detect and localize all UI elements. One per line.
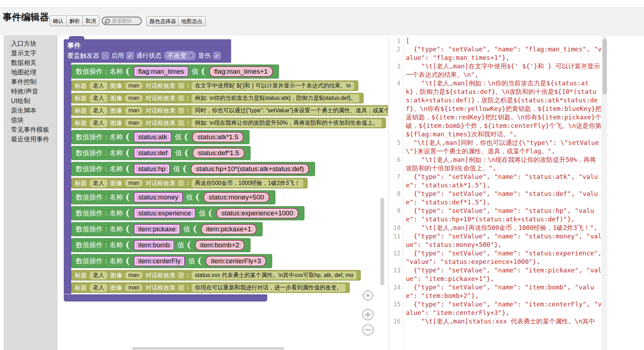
title-chip[interactable]: 老人: [89, 81, 108, 90]
workspace-horizontal-scrollbar[interactable]: [132, 347, 284, 350]
sidebar-item-入口方块[interactable]: 入口方块: [4, 39, 57, 49]
value-chip[interactable]: flag:man_times+1: [209, 66, 273, 77]
value-chip[interactable]: item:bomb+2: [195, 240, 245, 250]
code-panel[interactable]: 1[2 {"type": "setValue", "name": "flag:m…: [388, 35, 607, 350]
event-block[interactable]: 事件 覆盖触发器启用✓通行状态不改变▼显伤✓ 数值操作：名称flag:man_t…: [64, 36, 388, 301]
通行状态-dropdown[interactable]: 不改变▼: [164, 51, 196, 60]
启用-checkbox[interactable]: ✓: [126, 52, 134, 60]
value-chip[interactable]: status:experience+1000: [216, 208, 298, 219]
code-scrollbar-track[interactable]: [602, 35, 607, 350]
覆盖触发器-checkbox[interactable]: [101, 52, 109, 60]
dialog-block[interactable]: 标题老人图像man对话框效果:例如: \n现在我将让你的攻防提升50%，再将攻防…: [71, 118, 386, 128]
image-chip[interactable]: man: [125, 107, 143, 114]
name-chip[interactable]: status:money: [134, 192, 183, 203]
dialog-text-chip[interactable]: status:xxx 代表勇士的某个属性。\n其中xxx可取hp, atk, d…: [191, 271, 357, 280]
dialog-effect-checkbox[interactable]: [178, 83, 184, 89]
value-chip[interactable]: status:def*1.5: [192, 148, 244, 158]
dialog-effect-checkbox[interactable]: [178, 107, 184, 114]
search-input[interactable]: [111, 18, 141, 24]
zoom-out-button[interactable]: [362, 323, 374, 336]
setvalue-block[interactable]: 数值操作：名称status:def值status:def*1.5: [71, 146, 251, 160]
dialog-block[interactable]: 标题老人图像man对话框效果:你现在可以重新和我进行对话，进一步看到属性值的改变…: [71, 282, 350, 293]
value-chip[interactable]: status:money+500: [203, 192, 269, 203]
dialog-text-chip[interactable]: 例如: \n现在我将让你的攻防提升50%，再将攻防和的十倍加到生命值上。: [191, 119, 382, 128]
sidebar-item-最近使用事件[interactable]: 最近使用事件: [4, 135, 57, 144]
field-label: 显伤: [198, 51, 211, 60]
name-chip[interactable]: item:centerFly: [134, 256, 185, 266]
dialog-text-chip[interactable]: 再送你500金币，1000经验，1破2炸3飞！: [191, 179, 304, 188]
confirm-button[interactable]: 确认: [50, 16, 67, 26]
sidebar-item-地图处理[interactable]: 地图处理: [4, 68, 57, 77]
workspace-vertical-scrollbar[interactable]: [380, 198, 384, 285]
setvalue-block[interactable]: 数值操作：名称flag:man_times值flag:man_times+1: [71, 64, 279, 79]
image-chip[interactable]: man: [125, 94, 143, 102]
map-pick-button[interactable]: 地图选点: [178, 16, 206, 26]
recenter-button[interactable]: [362, 289, 374, 302]
sidebar-item-原生脚本[interactable]: 原生脚本: [4, 106, 57, 115]
event-block-header[interactable]: 事件 覆盖触发器启用✓通行状态不改变▼显伤✓: [64, 39, 231, 63]
cancel-button[interactable]: 取消: [82, 16, 99, 26]
line-number: 13: [388, 266, 403, 275]
title-chip[interactable]: 老人: [89, 271, 108, 280]
title-chip[interactable]: 老人: [89, 106, 108, 115]
image-chip[interactable]: man: [125, 82, 143, 90]
value-chip[interactable]: item:pickaxe+1: [201, 224, 257, 235]
sidebar-item-特效/声音[interactable]: 特效/声音: [4, 87, 57, 96]
setvalue-block[interactable]: 数值操作：名称status:money值status:money+500: [71, 190, 275, 204]
dialog-block[interactable]: 标题老人图像man对话框效果:status:xxx 代表勇士的某个属性。\n其中…: [71, 270, 361, 281]
zoom-in-button[interactable]: [362, 308, 374, 321]
sidebar-item-显示文字[interactable]: 显示文字: [4, 49, 57, 58]
dialog-effect-checkbox[interactable]: [178, 95, 184, 101]
code-line: 16 "\t[老人,man]status:xxx 代表勇士的某个属性。\n其中: [388, 317, 602, 326]
color-picker-button[interactable]: 颜色选择器: [146, 16, 179, 26]
dialog-text-chip[interactable]: 同时，你也可以通过{"type": "setValue"}来设置一个勇士的属性、…: [191, 106, 388, 115]
name-chip[interactable]: flag:man_times: [134, 66, 189, 77]
title-chip[interactable]: 老人: [89, 179, 108, 188]
code-scrollbar-thumb[interactable]: [603, 39, 607, 95]
setvalue-block[interactable]: 数值操作：名称status:atk值status:atk*1.5: [71, 130, 250, 144]
setvalue-block[interactable]: 数值操作：名称item:centerFly值item:centerFly+3: [71, 254, 272, 268]
setvalue-block[interactable]: 数值操作：名称item:bomb值item:bomb+2: [71, 238, 251, 252]
setvalue-block[interactable]: 数值操作：名称item:pickaxe值item:pickaxe+1: [71, 222, 263, 236]
setvalue-block[interactable]: 数值操作：名称status:experience值status:experien…: [71, 206, 304, 220]
显伤-checkbox[interactable]: ✓: [213, 52, 221, 60]
image-chip[interactable]: man: [125, 179, 143, 187]
dialog-effect-checkbox[interactable]: [178, 272, 184, 278]
title-chip[interactable]: 老人: [89, 94, 108, 103]
sidebar-item-数据相关[interactable]: 数据相关: [4, 58, 57, 68]
dialog-text-chip[interactable]: 例如: \n你的当前攻击力是${status:atk}，防御力是${status…: [191, 94, 360, 103]
code-editor[interactable]: 1[2 {"type": "setValue", "name": "flag:m…: [388, 36, 602, 326]
dialog-effect-checkbox[interactable]: [178, 120, 184, 126]
name-chip[interactable]: status:atk: [134, 132, 172, 142]
parse-button[interactable]: 解析: [66, 16, 83, 26]
search-box[interactable]: [102, 17, 142, 25]
dialog-text-chip[interactable]: 在文字中使用${' ${'}和 } 可以计算并显示一个表达式的结果。\n: [191, 81, 354, 90]
title-chip[interactable]: 老人: [89, 119, 108, 128]
sidebar-item-UI绘制[interactable]: UI绘制: [4, 96, 57, 106]
code-line: 14 {"type": "setValue", "name": "item:bo…: [388, 283, 602, 300]
sidebar-item-值块[interactable]: 值块: [4, 115, 57, 125]
dialog-block[interactable]: 标题老人图像man对话框效果:在文字中使用${' ${'}和 } 可以计算并显示…: [71, 80, 358, 91]
value-chip[interactable]: item:centerFly+3: [206, 256, 266, 266]
name-chip[interactable]: status:experience: [134, 208, 196, 219]
title-chip[interactable]: 老人: [89, 283, 108, 292]
name-chip[interactable]: item:pickaxe: [134, 224, 180, 235]
sidebar-item-常见事件模板[interactable]: 常见事件模板: [4, 125, 57, 135]
dialog-effect-checkbox[interactable]: [178, 284, 184, 291]
setvalue-block[interactable]: 数值操作：名称status:hp值status:hp+10*(status:at…: [71, 162, 315, 176]
name-chip[interactable]: status:hp: [134, 164, 170, 174]
dialog-block[interactable]: 标题老人图像man对话框效果:再送你500金币，1000经验，1破2炸3飞！: [71, 178, 308, 188]
image-chip[interactable]: man: [125, 271, 143, 279]
dialog-block[interactable]: 标题老人图像man对话框效果:例如: \n你的当前攻击力是${status:at…: [71, 93, 364, 103]
blockly-workspace[interactable]: 事件 覆盖触发器启用✓通行状态不改变▼显伤✓ 数值操作：名称flag:man_t…: [57, 35, 388, 350]
value-chip[interactable]: status:hp+10*(status:atk+status:def): [191, 164, 309, 174]
sidebar-item-事件控制[interactable]: 事件控制: [4, 77, 57, 87]
dialog-text-chip[interactable]: 你现在可以重新和我进行对话，进一步看到属性值的改变。: [191, 283, 346, 292]
image-chip[interactable]: man: [125, 284, 143, 292]
dialog-block[interactable]: 标题老人图像man对话框效果:同时，你也可以通过{"type": "setVal…: [71, 105, 388, 116]
dialog-effect-checkbox[interactable]: [178, 180, 184, 186]
name-chip[interactable]: status:def: [134, 148, 172, 158]
value-chip[interactable]: status:atk*1.5: [192, 132, 243, 142]
name-chip[interactable]: item:bomb: [134, 240, 174, 250]
image-chip[interactable]: man: [125, 119, 143, 127]
